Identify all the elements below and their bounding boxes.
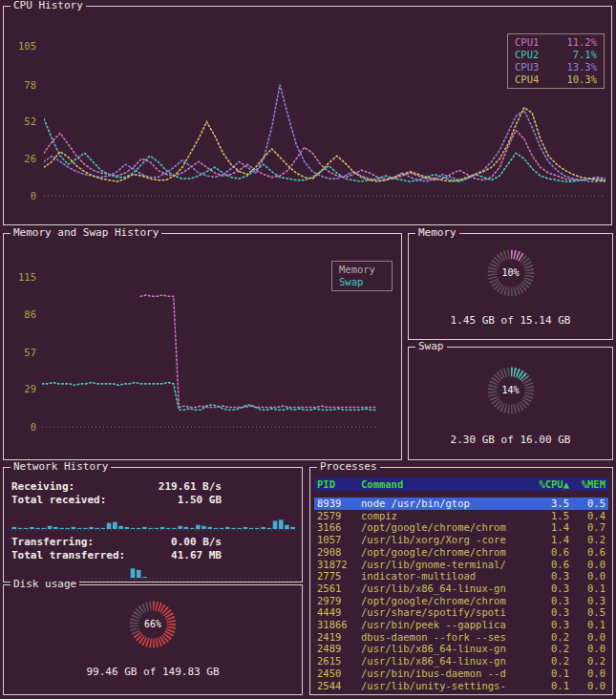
column-header-command[interactable]: Command — [361, 477, 525, 491]
process-mem: 0.0 — [569, 570, 605, 582]
process-row[interactable]: 1057/usr/lib/xorg/Xorg -core1.40.2 — [314, 534, 608, 546]
process-row[interactable]: 8939node /usr/bin/gtop3.50.5 — [314, 498, 608, 510]
process-row[interactable]: 2908/opt/google/chrome/chrom0.60.6 — [314, 546, 608, 559]
y-axis-tick: 115 — [8, 271, 36, 283]
process-mem: 0.0 — [569, 559, 605, 571]
process-command: indicator-multiload — [361, 570, 525, 582]
memory-donut-percent: 10% — [483, 245, 539, 301]
process-row[interactable]: 2419dbus-daemon --fork --ses0.20.0 — [314, 631, 608, 644]
process-row[interactable]: 2561/usr/lib/x86_64-linux-gn0.30.1 — [314, 582, 608, 595]
process-mem: 0.5 — [569, 498, 605, 510]
process-row[interactable]: 2450/usr/bin/ibus-daemon --d0.10.0 — [314, 667, 608, 680]
y-axis-tick: 0 — [8, 190, 36, 201]
process-cpu: 0.3 — [525, 595, 569, 607]
process-command: /usr/lib/x86_64-linux-gn — [361, 643, 525, 655]
process-mem: 0.1 — [569, 619, 605, 631]
process-command: dbus-daemon --fork --ses — [361, 631, 525, 644]
process-cpu: 0.1 — [525, 667, 569, 680]
memswap-legend-item: Memory — [332, 264, 392, 276]
process-command: /opt/google/chrome/chrom — [361, 546, 525, 559]
system-monitor-dashboard: CPU History CPU111.2%CPU27.1%CPU313.3%CP… — [0, 0, 616, 699]
process-cpu: 0.3 — [525, 582, 569, 595]
process-pid: 2489 — [317, 643, 361, 655]
processes-panel: Processes PID Command %CPU▲ %MEM 8939nod… — [309, 467, 613, 695]
process-command: /usr/lib/x86_64-linux-gn — [361, 582, 525, 595]
memory-usage-text: 1.45 GB of 15.14 GB — [409, 314, 612, 327]
process-pid: 2979 — [317, 595, 361, 607]
legend-value: 13.3% — [566, 61, 597, 74]
process-mem: 0.1 — [569, 582, 605, 595]
receiving-row: Receiving: 219.61 B/s — [11, 480, 222, 493]
process-command: /usr/bin/peek --gapplica — [361, 619, 525, 631]
process-command: /usr/bin/ibus-daemon --d — [361, 667, 525, 680]
process-cpu: 0.3 — [525, 619, 569, 631]
swap-usage-text: 2.30 GB of 16.00 GB — [409, 434, 612, 446]
process-cpu: 0.2 — [525, 631, 569, 644]
cpu-history-panel: CPU History CPU111.2%CPU27.1%CPU313.3%CP… — [3, 6, 612, 225]
process-pid: 31866 — [317, 619, 361, 631]
transferring-row: Transferring: 0.00 B/s — [11, 536, 222, 548]
process-pid: 2615 — [317, 655, 361, 667]
cpu-legend-item: CPU27.1% — [508, 49, 604, 61]
swap-title: Swap — [415, 340, 447, 352]
swap-panel: Swap 14% 2.30 GB of 16.00 GB — [408, 347, 613, 460]
total-transferred-label: Total transferred: — [11, 549, 125, 561]
swap-donut-percent: 14% — [483, 363, 539, 418]
process-command: /usr/lib/xorg/Xorg -core — [361, 534, 525, 546]
process-row[interactable]: 2544/usr/lib/unity-settings-0.10.0 — [314, 680, 608, 692]
column-header-pid[interactable]: PID — [317, 477, 361, 491]
cpu-legend-item: CPU111.2% — [508, 36, 604, 49]
total-transferred-value: 41.67 MB — [171, 549, 222, 561]
process-command: /opt/google/chrome/chrom — [361, 521, 525, 534]
legend-label: CPU4 — [515, 74, 539, 86]
receiving-value: 219.61 B/s — [159, 480, 222, 493]
total-received-value: 1.50 GB — [178, 494, 222, 506]
process-cpu: 0.2 — [525, 643, 569, 655]
y-axis-tick: 52 — [8, 116, 36, 127]
legend-label: Memory — [339, 264, 375, 276]
process-row[interactable]: 3166/opt/google/chrome/chrom1.40.7 — [314, 521, 608, 534]
process-cpu: 0.3 — [525, 570, 569, 582]
y-axis-tick: 57 — [8, 347, 36, 358]
process-row[interactable]: 31866/usr/bin/peek --gapplica0.30.1 — [314, 619, 608, 631]
legend-value: 10.3% — [566, 74, 597, 86]
column-header-mem[interactable]: %MEM — [569, 477, 605, 491]
cpu-legend-item: CPU410.3% — [508, 74, 604, 86]
process-row[interactable]: 31872/usr/lib/gnome-terminal/0.60.0 — [314, 559, 608, 571]
process-row[interactable]: 2579compiz1.50.4 — [314, 510, 608, 522]
process-row[interactable]: 4449/usr/share/spotify/spoti0.30.5 — [314, 606, 608, 619]
total-received-label: Total received: — [11, 494, 106, 506]
cpu-history-title: CPU History — [11, 0, 86, 11]
process-mem: 0.3 — [569, 595, 605, 607]
process-mem: 0.0 — [569, 667, 605, 680]
process-cpu: 0.6 — [525, 546, 569, 559]
process-pid: 2419 — [317, 631, 361, 644]
process-mem: 0.4 — [569, 510, 605, 522]
cpu-legend-item: CPU313.3% — [508, 61, 604, 74]
process-cpu: 0.1 — [525, 680, 569, 692]
process-cpu: 3.5 — [525, 498, 569, 510]
legend-value: 7.1% — [573, 49, 597, 61]
process-row[interactable]: 2775indicator-multiload0.30.0 — [314, 570, 608, 582]
process-mem: 0.0 — [569, 643, 605, 655]
process-mem: 0.2 — [569, 534, 605, 546]
process-pid: 31872 — [317, 559, 361, 571]
process-mem: 0.7 — [569, 521, 605, 534]
process-pid: 3166 — [317, 521, 361, 534]
receive-sparkline-chart — [11, 512, 296, 531]
transferring-label: Transferring: — [11, 536, 94, 548]
process-mem: 0.0 — [569, 631, 605, 644]
process-row[interactable]: 2489/usr/lib/x86_64-linux-gn0.20.0 — [314, 643, 608, 655]
process-pid: 8939 — [317, 498, 361, 510]
memswap-legend-item: Swap — [332, 276, 392, 288]
process-command: /usr/lib/unity-settings- — [361, 680, 525, 692]
memory-panel: Memory 10% 1.45 GB of 15.14 GB — [408, 233, 613, 340]
process-row[interactable]: 2615/usr/lib/x86_64-linux-gn0.20.2 — [314, 655, 608, 667]
cpu-legend: CPU111.2%CPU27.1%CPU313.3%CPU410.3% — [507, 33, 605, 89]
processes-title: Processes — [317, 460, 380, 473]
process-mem: 0.0 — [569, 680, 605, 692]
process-pid: 2544 — [317, 680, 361, 692]
process-row[interactable]: 2979/opt/google/chrome/chrom0.30.3 — [314, 595, 608, 607]
column-header-cpu[interactable]: %CPU▲ — [525, 477, 569, 491]
process-command: /usr/lib/x86_64-linux-gn — [361, 655, 525, 667]
